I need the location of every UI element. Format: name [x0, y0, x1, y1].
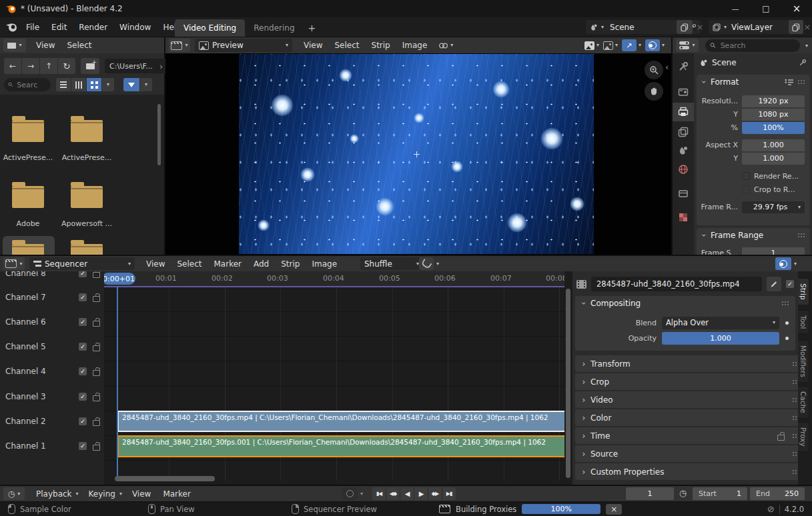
aspect-x-field[interactable]: 1.000 [742, 139, 805, 151]
lock-open-icon[interactable] [93, 445, 100, 451]
viewlayer-new-button[interactable] [789, 20, 803, 34]
jump-to-end-button[interactable]: ▶▮ [442, 487, 456, 500]
time-panel[interactable]: ›Time [575, 427, 806, 444]
animate-dot-icon[interactable] [785, 321, 789, 325]
output-tab-active[interactable] [673, 103, 694, 121]
video-strip[interactable]: 2845487-uhd_3840_2160_30fps.mp4 | C:\Use… [117, 411, 564, 432]
menu-render[interactable]: Render [73, 23, 113, 32]
timeline-v-scrollbar[interactable] [566, 289, 570, 478]
workspace-tab-video-editing[interactable]: Video Editing [175, 19, 245, 37]
properties-search-field[interactable] [705, 39, 800, 52]
channel-row[interactable]: Channel 1✓ [5, 440, 100, 452]
panel-drag-handle[interactable] [781, 301, 790, 306]
seq-menu-marker[interactable]: Marker [208, 259, 248, 269]
close-button[interactable]: × [781, 0, 812, 17]
playhead-line[interactable] [117, 286, 118, 481]
folder-icon[interactable] [71, 120, 103, 142]
file-menu-select[interactable]: Select [61, 41, 97, 50]
render-region-checkbox[interactable] [742, 172, 750, 180]
transform-panel[interactable]: ›Transform [575, 355, 806, 372]
file-search-field[interactable] [4, 78, 51, 91]
preview-menu-view[interactable]: View [298, 41, 328, 50]
gizmos-toggle-button[interactable]: ↗ [622, 39, 637, 51]
channel-mute-checkbox[interactable]: ✓ [79, 367, 87, 375]
folder-icon[interactable] [12, 120, 44, 142]
presets-list-icon[interactable] [785, 79, 794, 86]
frame-end-field[interactable]: End250 [750, 487, 805, 500]
channel-row[interactable]: Channel 6✓ [5, 316, 100, 328]
resolution-percent-slider[interactable]: 100% [742, 122, 805, 134]
editor-type-button[interactable]: ◷ ▾ [3, 487, 25, 500]
lock-open-icon[interactable] [93, 345, 100, 351]
tab-modifiers[interactable]: Modifiers [798, 340, 809, 383]
sequencer-mode-dropdown[interactable]: Sequencer ▾ [29, 257, 135, 270]
new-folder-button[interactable]: + [81, 58, 99, 74]
preview-mode-dropdown[interactable]: Preview ▾ [195, 39, 292, 52]
menu-edit[interactable]: Edit [45, 23, 73, 32]
nav-up-button[interactable]: ↑ [40, 58, 58, 74]
scene-unlink-button[interactable]: × [695, 20, 705, 34]
panel-drag-handle[interactable] [797, 233, 806, 238]
panel-expand-icon[interactable]: › [579, 300, 588, 307]
display-thumbnails-button[interactable] [87, 78, 101, 91]
filter-button[interactable] [123, 78, 139, 91]
nav-refresh-button[interactable]: ↻ [58, 58, 75, 74]
blender-menu-logo-icon[interactable] [6, 22, 17, 32]
lock-open-icon[interactable] [93, 420, 100, 426]
folder-label[interactable]: Adobe [0, 219, 56, 228]
pivot-point-button[interactable]: ▾ [438, 42, 453, 49]
preview-menu-image[interactable]: Image [396, 41, 434, 50]
display-horizontal-list-button[interactable] [71, 78, 87, 91]
minimize-button[interactable]: — [720, 0, 751, 17]
channel-row[interactable]: Channel 7✓ [5, 291, 100, 303]
display-channels-button[interactable]: ▾ [584, 41, 599, 50]
lock-open-icon[interactable] [93, 395, 100, 401]
folder-label[interactable]: ActivePrese... [0, 153, 56, 162]
channel-row[interactable]: Channel 8✓ [5, 271, 100, 279]
opacity-slider[interactable]: 1.000 [662, 332, 779, 345]
viewlayer-tab-icon[interactable] [678, 127, 689, 137]
rename-button[interactable] [767, 277, 781, 291]
auto-keying-button[interactable] [342, 487, 358, 500]
compositing-title[interactable]: Compositing [590, 299, 778, 308]
folder-label[interactable]: ActivePrese... [59, 153, 115, 162]
stopwatch-icon[interactable]: ◷ [679, 489, 687, 497]
texture-tab-icon[interactable] [678, 212, 689, 223]
playback-dropdown[interactable]: Playback▾ [30, 489, 79, 499]
preview-menu-strip[interactable]: Strip [366, 41, 396, 50]
pan-button[interactable] [645, 82, 663, 101]
editor-type-button[interactable]: ▾ [676, 39, 699, 52]
render-tab-icon[interactable] [678, 87, 689, 97]
channel-row[interactable]: Channel 3✓ [5, 391, 100, 403]
panel-expand-icon[interactable]: › [699, 79, 709, 85]
playhead-badge[interactable]: 0:00+01 [104, 273, 135, 285]
editor-type-button[interactable]: ▾ [169, 39, 190, 52]
frame-start-field[interactable]: 1 [742, 247, 805, 255]
maximize-button[interactable]: □ [751, 0, 781, 17]
menu-window[interactable]: Window [113, 23, 157, 32]
format-panel-title[interactable]: Format [711, 77, 781, 87]
viewlayer-selector[interactable]: ▾ ViewLayer [709, 20, 795, 34]
current-frame-field[interactable]: 1 [626, 487, 674, 500]
resolution-x-field[interactable]: 1920 px [742, 95, 805, 107]
frame-range-panel-title[interactable]: Frame Range [711, 231, 794, 240]
channel-mute-checkbox[interactable]: ✓ [79, 442, 87, 450]
seq-menu-strip[interactable]: Strip [275, 259, 306, 269]
channel-row[interactable]: Channel 5✓ [5, 341, 100, 353]
channel-mute-checkbox[interactable]: ✓ [79, 393, 87, 401]
folder-label[interactable]: Apowersoft ... [59, 219, 115, 228]
network-off-icon[interactable]: ⊘ [767, 505, 775, 513]
seq-menu-select[interactable]: Select [171, 259, 208, 269]
lock-open-icon[interactable] [93, 296, 100, 302]
tool-tab-icon[interactable] [678, 61, 689, 72]
channel-mute-checkbox[interactable]: ✓ [79, 271, 87, 277]
lock-open-icon[interactable] [777, 435, 785, 441]
properties-search-input[interactable] [719, 41, 795, 51]
timeline-menu-view[interactable]: View [126, 489, 157, 499]
time-ruler[interactable]: 00:01 00:02 00:03 00:04 00:05 00:06 00:0… [104, 271, 564, 286]
editor-type-button[interactable]: ▾ [3, 39, 26, 52]
folder-icon[interactable] [71, 186, 103, 208]
chevron-down-icon[interactable]: ▾ [805, 43, 808, 49]
display-vertical-list-button[interactable] [56, 78, 71, 91]
nav-forward-button[interactable]: → [22, 58, 40, 74]
